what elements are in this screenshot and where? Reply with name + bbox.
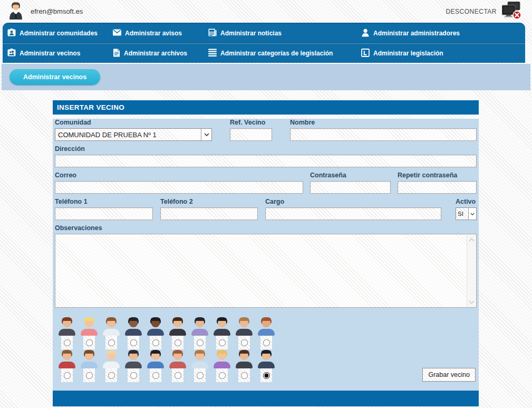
avatar-radio[interactable] [175,372,181,379]
scroll-up-icon [469,238,475,242]
direccion-label: Dirección [55,145,477,153]
correo-input[interactable] [55,181,303,194]
avatar-option [100,349,122,382]
scroll-down-icon [469,300,475,304]
nav-label: Administrar avisos [125,30,182,37]
person-avatar-icon [235,317,254,336]
activo-label: Activo [456,198,477,205]
ref-vecino-input[interactable] [230,128,272,141]
person-avatar-icon [235,349,254,368]
person-avatar-icon [124,317,143,336]
insert-vecino-panel: INSERTAR VECINO Comunidad COMUNIDAD DE P… [53,100,479,406]
nav-item-comunidades[interactable]: Administrar comunidades [7,29,113,39]
avatar-radio[interactable] [263,339,270,346]
person-avatar-icon [257,349,276,368]
ref-vecino-label: Ref. Vecino [230,119,272,126]
nav-item-archivos[interactable]: Administrar archivos [113,49,208,59]
avatar-radio[interactable] [64,339,71,346]
user-avatar-icon [7,1,24,22]
avatar-radio[interactable] [86,339,93,346]
avatar-radio-strip [238,368,250,382]
topbar: efren@bmsoft.es DESCONECTAR [0,0,532,23]
field-telefono1: Teléfono 1 [55,198,153,220]
nav-row-1: Administrar comunidades Administrar avis… [3,24,525,43]
nombre-input[interactable] [290,128,477,141]
person-avatar-icon [80,349,99,368]
comunidad-select[interactable]: COMUNIDAD DE PRUEBA Nº 1 [55,128,212,141]
avatar-radio-strip [194,368,206,382]
avatar-radio[interactable] [241,339,248,346]
panel-body: Comunidad COMUNIDAD DE PRUEBA Nº 1 Ref. … [53,119,479,391]
avatar-radio-strip [105,336,117,349]
nav-item-legislacion[interactable]: Administrar legislación [361,49,525,59]
textarea-scrollbar[interactable] [467,235,476,307]
telefono2-label: Teléfono 2 [160,198,258,205]
direccion-input[interactable] [55,155,477,167]
repetir-contrasena-input[interactable] [398,181,477,194]
person-avatar-icon [212,317,231,336]
avatar-radio[interactable] [130,372,137,379]
nombre-label: Nombre [290,119,477,126]
observaciones-textarea[interactable] [55,234,477,308]
avatar-radio-strip [128,368,139,382]
field-cargo: Cargo [265,198,441,220]
residents-icon [7,49,16,59]
administrar-vecinos-button[interactable]: Administrar vecinos [9,69,100,85]
grabar-vecino-button[interactable]: Grabar vecino [422,368,476,382]
nav-label: Administrar vecinos [20,50,80,57]
field-direccion: Dirección [55,145,477,167]
avatar-radio[interactable] [152,339,159,346]
avatar-option [167,317,189,349]
avatar-option [233,317,255,349]
avatar-option [255,317,277,349]
avatar-radio-strip [216,336,228,349]
news-icon [208,29,217,38]
avatar-radio[interactable] [108,339,115,346]
avatar-radio[interactable] [241,372,248,379]
person-avatar-icon [102,317,121,336]
field-observaciones: Observaciones [55,224,477,310]
avatar-radio[interactable] [263,372,270,379]
contrasena-input[interactable] [310,181,391,194]
avatar-option [189,317,211,349]
avatar-radio[interactable] [219,372,226,379]
nav-item-avisos[interactable]: Administrar avisos [113,29,208,37]
cargo-input[interactable] [265,207,441,220]
activo-select[interactable]: SI [456,207,477,220]
notices-icon [113,29,121,37]
avatar-option [56,317,78,349]
avatar-radio[interactable] [130,339,137,346]
telefono2-input[interactable] [160,207,258,220]
avatar-radio-strip [61,336,73,349]
avatar-radio[interactable] [64,372,71,379]
person-avatar-icon [190,349,209,368]
nav-item-administradores[interactable]: Administrar administradores [361,29,525,39]
cargo-label: Cargo [265,198,441,205]
nav-item-categorias[interactable]: Administrar categorías de legislación [208,49,361,58]
logout-link[interactable]: DESCONECTAR [446,8,497,15]
panel-title: INSERTAR VECINO [53,100,479,115]
telefono1-input[interactable] [55,207,153,220]
avatar-radio[interactable] [108,372,115,379]
avatar-radio[interactable] [175,339,181,346]
contrasena-label: Contraseña [310,172,391,179]
avatar-radio[interactable] [197,339,204,346]
field-correo: Correo [55,172,303,194]
avatar-radio[interactable] [197,372,204,379]
field-contrasena: Contraseña [310,172,391,194]
nav-item-noticias[interactable]: Administrar noticias [208,29,361,38]
nav-item-vecinos[interactable]: Administrar vecinos [7,49,113,59]
avatar-radio[interactable] [219,339,226,346]
avatar-radio[interactable] [152,372,159,379]
person-avatar-icon [212,349,231,368]
avatar-radio-strip [128,336,139,349]
avatar-radio-strip [83,368,95,382]
nav-label: Administrar categorías de legislación [220,50,333,57]
avatar-option [144,317,167,349]
avatar-option [255,349,277,382]
person-avatar-icon [257,317,276,336]
avatar-option [100,317,122,349]
avatar-radio[interactable] [86,372,93,379]
repetir-contrasena-label: Repetir contraseña [398,172,477,179]
disconnect-icon[interactable] [502,2,521,22]
